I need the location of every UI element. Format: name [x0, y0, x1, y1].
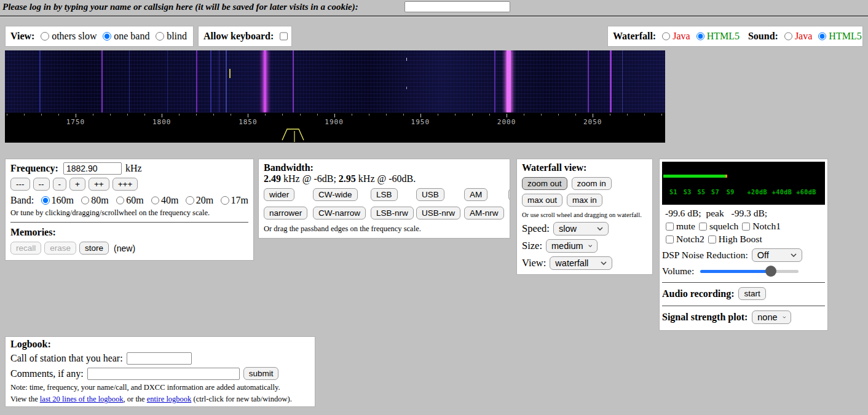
lsb-nrw-button[interactable]: LSB-nrw — [371, 207, 414, 219]
mute-checkbox[interactable] — [666, 223, 674, 231]
notch1-label: Notch1 — [752, 221, 781, 232]
zoom-in-button[interactable]: zoom in — [572, 177, 612, 190]
scale-tick — [41, 114, 42, 116]
scale-tick — [489, 114, 490, 116]
login-bar: Please log in by typing your name or cal… — [0, 0, 868, 15]
step-down-2-button[interactable]: -- — [33, 178, 50, 191]
radio-one-band[interactable] — [103, 32, 111, 41]
last-20-lines-link[interactable]: last 20 lines of the logbook — [40, 395, 124, 403]
size-label: Size: — [522, 240, 542, 252]
comments-input[interactable] — [87, 368, 240, 380]
usb-nrw-button[interactable]: USB-nrw — [416, 207, 460, 219]
band-40m-label: 40m — [161, 195, 178, 206]
speed-value: slow — [559, 224, 577, 234]
radio-sound-java[interactable] — [784, 32, 792, 41]
signal-plot-select[interactable]: none — [752, 310, 791, 324]
am-nrw-button[interactable]: AM-nrw — [464, 207, 504, 219]
radio-band-60m[interactable] — [116, 196, 124, 205]
signal-trace — [494, 50, 495, 113]
radio-waterfall-html5[interactable] — [696, 32, 704, 41]
notch1-checkbox[interactable] — [742, 223, 750, 231]
step-down-3-button[interactable]: --- — [10, 178, 30, 191]
bandwidth-panel: Bandwidth: 2.49 kHz @ -6dB; 2.95 kHz @ -… — [258, 159, 510, 239]
scale-tick — [162, 114, 162, 117]
squelch-checkbox[interactable] — [699, 223, 707, 231]
wider-button[interactable]: wider — [264, 188, 294, 201]
submit-button[interactable]: submit — [243, 367, 279, 380]
chevron-down-icon — [597, 227, 603, 231]
step-up-3-button[interactable]: +++ — [112, 178, 138, 191]
memory-erase-button[interactable]: erase — [44, 242, 76, 255]
logbook-links-line: View the last 20 lines of the logbook, o… — [10, 395, 310, 404]
size-select[interactable]: medium — [546, 239, 598, 253]
logbook-panel: Logbook: Call of station that you hear: … — [5, 336, 315, 407]
max-in-button[interactable]: max in — [567, 194, 602, 207]
fm-button[interactable]: FM — [508, 188, 510, 201]
max-out-button[interactable]: max out — [522, 194, 562, 207]
step-down-1-button[interactable]: - — [53, 178, 67, 191]
scale-tick — [24, 114, 25, 116]
radio-others-slow[interactable] — [41, 32, 49, 41]
band-80m-label: 80m — [91, 195, 108, 206]
call-input[interactable] — [127, 352, 192, 365]
view-mode-select[interactable]: waterfall — [550, 256, 612, 270]
scale-tick — [455, 114, 456, 116]
step-up-2-button[interactable]: ++ — [89, 178, 109, 191]
memory-store-button[interactable]: store — [79, 242, 109, 255]
radio-sound-html5[interactable] — [818, 32, 826, 41]
scale-tick — [610, 114, 610, 116]
scale-tick — [403, 114, 404, 116]
bandwidth-60db-value: 2.95 — [339, 173, 356, 184]
radio-band-160m[interactable] — [41, 196, 49, 205]
narrower-button[interactable]: narrower — [264, 207, 307, 219]
frequency-scale[interactable]: 1750180018501900195020002050 — [5, 113, 665, 143]
signal-trace — [293, 50, 294, 113]
top-divider — [0, 15, 868, 17]
volume-thumb[interactable] — [765, 266, 776, 277]
lsb-button[interactable]: LSB — [371, 188, 398, 201]
cw-narrow-button[interactable]: CW-narrow — [313, 207, 366, 219]
passband-indicator[interactable] — [282, 126, 306, 142]
zoom-out-button[interactable]: zoom out — [522, 177, 567, 190]
usb-button[interactable]: USB — [416, 188, 444, 201]
callsign-input[interactable] — [404, 1, 510, 12]
waterfall-display: 1750180018501900195020002050 — [5, 50, 665, 143]
radio-band-20m[interactable] — [186, 196, 194, 205]
receiver-panel: S1S3S5S7S9+20dB+40dB+60dB -99.6 dB; peak… — [659, 159, 828, 331]
frequency-panel: Frequency: kHz --- -- - + ++ +++ Band: 1… — [5, 159, 254, 261]
radio-band-80m[interactable] — [81, 196, 89, 205]
frequency-unit: kHz — [125, 163, 142, 174]
cw-wide-button[interactable]: CW-wide — [313, 188, 358, 201]
radio-waterfall-java[interactable] — [662, 32, 670, 41]
signal-trace — [406, 87, 407, 89]
am-button[interactable]: AM — [464, 188, 487, 201]
scale-label: 1900 — [325, 118, 344, 126]
dsp-select[interactable]: Off — [752, 248, 802, 262]
frequency-input[interactable] — [63, 162, 122, 175]
radio-blind[interactable] — [156, 32, 164, 41]
bandwidth-readout: 2.49 kHz @ -6dB; 2.95 kHz @ -60dB. — [264, 173, 505, 184]
scale-tick — [265, 114, 266, 116]
bandwidth-label: Bandwidth: — [264, 162, 505, 173]
scale-label: 1750 — [66, 118, 85, 126]
memories-label: Memories: — [10, 227, 248, 238]
squelch-label: squelch — [709, 221, 738, 232]
entire-logbook-link[interactable]: entire logbook — [147, 395, 192, 403]
high-boost-checkbox[interactable] — [708, 235, 716, 243]
view-mid: , or the — [124, 395, 147, 403]
allow-keyboard-checkbox[interactable] — [280, 32, 288, 41]
waterfall-spectrum[interactable] — [5, 50, 665, 113]
signal-trace — [39, 50, 41, 113]
speed-select[interactable]: slow — [553, 222, 609, 235]
radio-band-40m[interactable] — [151, 196, 159, 205]
radio-others-slow-label: others slow — [52, 31, 97, 42]
size-value: medium — [551, 241, 583, 251]
step-up-1-button[interactable]: + — [69, 178, 85, 191]
memory-recall-button[interactable]: recall — [10, 242, 41, 255]
signal-trace — [196, 50, 197, 113]
notch2-checkbox[interactable] — [666, 235, 674, 243]
radio-band-17m[interactable] — [221, 196, 229, 205]
meter-scale-label: +60dB — [796, 189, 816, 196]
volume-slider[interactable] — [700, 266, 799, 276]
recording-start-button[interactable]: start — [738, 287, 765, 300]
